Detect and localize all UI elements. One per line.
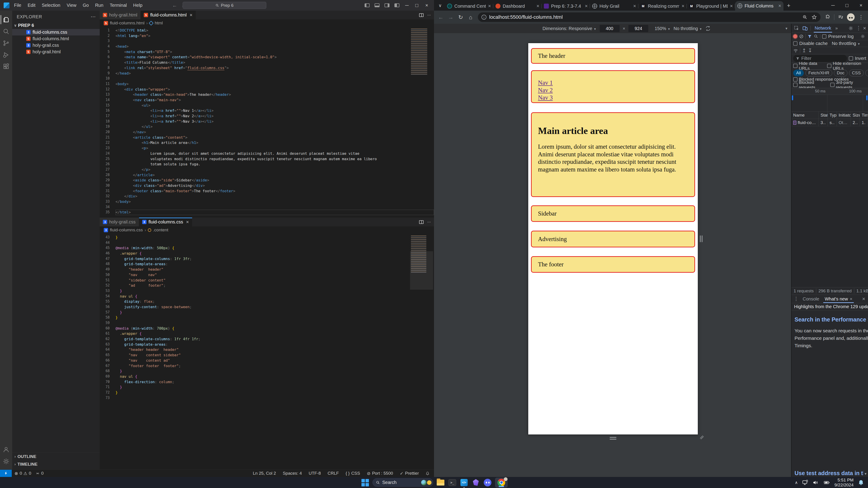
code-line-14[interactable]: 14 <nav class="main-nav"> <box>100 97 434 103</box>
code-line-3[interactable]: 3 <box>100 38 434 44</box>
scroll-down-icon[interactable]: ▼ <box>864 472 867 476</box>
code-editor-css[interactable]: 43}4445@media (min-width: 500px) {46 .wr… <box>100 234 434 469</box>
code-line-6[interactable]: 6 <meta name="viewport" content="width=d… <box>100 55 434 60</box>
code-line-51[interactable]: 51 "sidebar content" <box>100 278 434 283</box>
code-line-56[interactable]: 56 justify-content: space-between; <box>100 304 434 310</box>
throttling-select[interactable]: No throttling ▼ <box>674 26 702 31</box>
close-tab-icon[interactable]: × <box>488 3 491 9</box>
close-tab-icon[interactable]: × <box>536 3 539 9</box>
browser-tab-Dashboard[interactable]: Dashboard× <box>493 2 541 11</box>
column-header-size[interactable]: Size <box>851 111 860 119</box>
menu-item-terminal[interactable]: Terminal <box>107 2 129 9</box>
status-encoding[interactable]: UTF-8 <box>309 471 321 476</box>
third-party-checkbox[interactable] <box>830 83 835 87</box>
taskbar-search[interactable]: Search <box>373 478 433 487</box>
search-network-icon[interactable] <box>814 34 818 39</box>
code-line-28[interactable]: 28 </article> <box>100 172 434 178</box>
console-drawer-tab[interactable]: Console <box>800 295 822 303</box>
status-eol[interactable]: CRLF <box>328 471 339 476</box>
code-line-63[interactable]: 63 grid-template-areas: <box>100 342 434 347</box>
back-icon[interactable]: ← <box>172 2 177 8</box>
browser-tab-Prep 6: 7.3-7.4 | CS 3[interactable]: Prep 6: 7.3-7.4 | CS 3× <box>541 2 590 11</box>
page-nav-link-nav-3[interactable]: Nav 3 <box>538 94 553 101</box>
devtools-settings-gear-icon[interactable] <box>847 25 854 32</box>
ports-indicator[interactable]: 0 <box>36 471 43 476</box>
address-bar[interactable]: i localhost:5500/fluid-columns.html <box>478 12 820 22</box>
status-prettier[interactable]: ✓ Prettier <box>400 471 419 476</box>
filter-chip-JS[interactable]: JS <box>865 70 868 76</box>
file-item-fluid-columns.html[interactable]: 5fluid-columns.html <box>12 35 100 42</box>
code-line-11[interactable]: 11<body> <box>100 81 434 87</box>
whats-new-drawer-tab[interactable]: What's new × <box>822 295 855 303</box>
search-icon[interactable] <box>1 26 11 37</box>
notifications-bell-icon[interactable] <box>426 471 430 475</box>
invert-filter-checkbox[interactable] <box>849 56 853 61</box>
code-line-73[interactable]: 73 <box>100 395 434 401</box>
code-line-33[interactable]: 33</body> <box>100 199 434 204</box>
code-line-4[interactable]: 4<head> <box>100 44 434 49</box>
code-line-61[interactable]: 61 .wrapper { <box>100 331 434 336</box>
editor-tab-holy-grail.html[interactable]: 5holy-grail.html <box>100 11 141 20</box>
column-header-initiator[interactable]: Initiator <box>837 111 851 119</box>
code-line-19[interactable]: 19 </ul> <box>100 124 434 129</box>
code-line-12[interactable]: 12 <div class="wrapper"> <box>100 87 434 92</box>
zoom-select[interactable]: 150% ▼ <box>655 26 671 31</box>
code-line-13[interactable]: 13 <header class="main-head">The header<… <box>100 92 434 97</box>
filter-chip-Doc[interactable]: Doc <box>834 70 847 76</box>
account-icon[interactable] <box>1 444 11 455</box>
network-panel-tab[interactable]: Network <box>812 24 833 33</box>
code-line-69[interactable]: 69 nav ul { <box>100 374 434 379</box>
network-display-icon[interactable] <box>802 480 808 486</box>
breadcrumb[interactable]: 5 fluid-columns.html › html <box>100 20 434 27</box>
network-settings-gear-icon[interactable] <box>860 33 866 40</box>
chrome-app[interactable] <box>495 478 508 488</box>
code-line-44[interactable]: 44 <box>100 240 434 246</box>
record-network-log-icon[interactable] <box>793 34 797 38</box>
close-tab-icon[interactable]: × <box>190 12 193 18</box>
network-table-row[interactable]: fluid-columns.css304stylesheetOther296 B… <box>792 119 868 127</box>
media-playlist-icon[interactable] <box>838 14 843 20</box>
code-line-24[interactable]: 24 Lorem ipsum, dolor sit amet consectet… <box>100 151 434 156</box>
profile-avatar[interactable] <box>847 13 855 21</box>
browser-tab-Holy Grail[interactable]: Holy Grail× <box>590 2 638 11</box>
code-line-49[interactable]: 49 "header header" <box>100 267 434 272</box>
menu-item-selection[interactable]: Selection <box>39 2 63 9</box>
drawer-menu-icon[interactable]: ⋮ <box>793 296 800 302</box>
volume-icon[interactable] <box>813 480 818 486</box>
rotate-icon[interactable] <box>705 26 711 31</box>
menu-item-file[interactable]: File <box>11 2 24 9</box>
preserve-log-checkbox[interactable] <box>822 34 827 39</box>
split-editor-icon[interactable] <box>419 13 424 17</box>
outline-section[interactable]: ›OUTLINE <box>12 453 100 460</box>
network-conditions-icon[interactable] <box>793 48 798 53</box>
close-tab-icon[interactable]: × <box>778 3 781 9</box>
more-panels-icon[interactable]: » <box>835 26 838 31</box>
viewport-height-input[interactable]: 924 <box>628 25 648 32</box>
code-line-25[interactable]: 25 voluptates modi distinctio repudianda… <box>100 156 434 162</box>
status-language[interactable]: { } CSS <box>346 471 360 476</box>
viewport-resize-handle-right[interactable] <box>700 235 703 242</box>
vscode-app[interactable]: </> <box>460 478 468 487</box>
timeline-section[interactable]: ›TIMELINE <box>12 460 100 468</box>
code-editor-html[interactable]: 1<!DOCTYPE html>2<html lang="en">34<head… <box>100 27 434 218</box>
menu-item-go[interactable]: Go <box>80 2 92 9</box>
clear-network-icon[interactable]: ⊘ <box>799 33 804 39</box>
close-tab-icon[interactable]: × <box>585 3 588 9</box>
code-line-29[interactable]: 29 <aside class="side">Sidebar</aside> <box>100 177 434 183</box>
start-button[interactable] <box>361 478 369 487</box>
close-tab-icon[interactable]: × <box>633 3 636 9</box>
close-tab-icon[interactable]: × <box>730 3 733 9</box>
network-throttling-select[interactable]: No throttling ▼ <box>832 41 860 46</box>
timeline-waterfall[interactable] <box>792 95 868 111</box>
close-button[interactable]: × <box>854 0 868 11</box>
filter-funnel-icon[interactable] <box>807 34 812 39</box>
viewport-resize-handle-corner[interactable] <box>700 435 704 440</box>
editor-tab-fluid-columns.html[interactable]: 5fluid-columns.html× <box>141 11 196 20</box>
forward-icon[interactable]: → <box>446 13 455 22</box>
toggle-panel-icon[interactable] <box>375 3 379 7</box>
close-drawer-icon[interactable]: × <box>862 296 867 302</box>
site-info-icon[interactable]: i <box>482 15 487 20</box>
obsidian-app[interactable] <box>471 478 480 487</box>
column-header-status[interactable]: Status <box>819 111 828 119</box>
zoom-icon[interactable] <box>802 15 807 20</box>
